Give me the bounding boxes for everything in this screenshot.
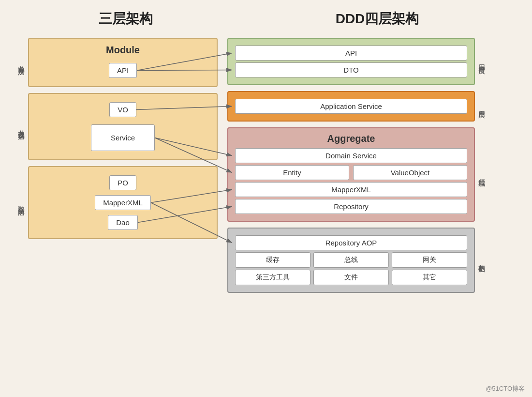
- layer-app: Application Service 应用层: [227, 91, 488, 122]
- left-dao-box: Dao: [108, 215, 138, 230]
- layer-box-data-access: PO MapperXML Dao: [28, 166, 218, 239]
- right-valueobject-box: ValueObject: [353, 165, 467, 180]
- right-api-box: API: [235, 46, 467, 61]
- layer-biz-logic: 业务逻辑层 VO Service: [15, 93, 218, 160]
- left-side: 业务接口层 Module API 业务逻辑层 VO Service: [15, 38, 218, 293]
- r-box-user-interface: API DTO: [227, 38, 475, 85]
- layer-label-app: 应用层: [475, 91, 488, 122]
- right-thirdparty-box: 第三方工具: [235, 270, 310, 285]
- right-mapperxml-box: MapperXML: [235, 182, 467, 197]
- right-cache-box: 缓存: [235, 252, 310, 268]
- title-left: 三层架构: [34, 10, 218, 28]
- layer-label-domain: 领域层: [475, 127, 488, 222]
- layer-label-user-interface: 用户接口层: [475, 38, 488, 85]
- layer-user-interface: API DTO 用户接口层: [227, 38, 488, 85]
- left-po-box: PO: [109, 175, 136, 190]
- left-api-box: API: [109, 63, 137, 78]
- right-repoaop-box: Repository AOP: [235, 235, 467, 250]
- left-service-box: Service: [91, 124, 155, 151]
- layer-label-data-access: 数据访问层: [15, 166, 28, 239]
- aggregate-title: Aggregate: [235, 133, 467, 144]
- right-side: API DTO 用户接口层 Application Service 应用层 Ag…: [227, 38, 488, 293]
- layer-infra: Repository AOP 缓存 总线 网关 第三方工具 文件 其它 基础层: [227, 228, 488, 293]
- r-box-app: Application Service: [227, 91, 475, 122]
- right-gateway-box: 网关: [392, 252, 467, 268]
- main-container: 三层架构 DDD四层架构 业务接口层 Module API 业务逻辑层: [0, 0, 532, 397]
- layer-label-biz-interface: 业务接口层: [15, 38, 28, 87]
- layer-data-access: 数据访问层 PO MapperXML Dao: [15, 166, 218, 239]
- title-right: DDD四层架构: [256, 10, 498, 28]
- layer-box-biz-logic: VO Service: [28, 93, 218, 160]
- layer-label-biz-logic: 业务逻辑层: [15, 93, 28, 160]
- right-appservice-box: Application Service: [235, 99, 467, 114]
- right-entity-box: Entity: [235, 165, 349, 180]
- diagram-area: 业务接口层 Module API 业务逻辑层 VO Service: [15, 38, 517, 293]
- right-dto-box: DTO: [235, 62, 467, 77]
- watermark: @51CTO博客: [486, 384, 525, 393]
- left-vo-box: VO: [109, 102, 136, 117]
- layer-label-infra: 基础层: [475, 228, 488, 293]
- titles-row: 三层架构 DDD四层架构: [15, 10, 517, 28]
- layer-biz-interface: 业务接口层 Module API: [15, 38, 218, 87]
- right-domainservice-box: Domain Service: [235, 148, 467, 163]
- layer-domain: Aggregate Domain Service Entity ValueObj…: [227, 127, 488, 222]
- right-bus-box: 总线: [313, 252, 389, 268]
- right-file-box: 文件: [313, 270, 389, 285]
- right-repository-box: Repository: [235, 199, 467, 214]
- module-title: Module: [106, 45, 140, 56]
- r-box-domain: Aggregate Domain Service Entity ValueObj…: [227, 127, 475, 222]
- layer-box-biz-interface: Module API: [28, 38, 218, 87]
- r-box-infra: Repository AOP 缓存 总线 网关 第三方工具 文件 其它: [227, 228, 475, 293]
- left-mapperxml-box: MapperXML: [95, 195, 151, 210]
- right-other-box: 其它: [392, 270, 467, 285]
